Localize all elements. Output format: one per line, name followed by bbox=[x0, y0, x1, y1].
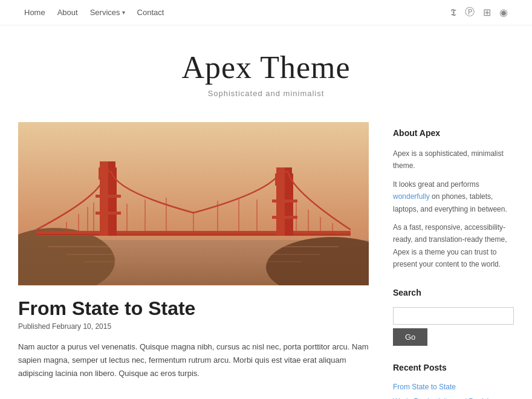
svg-rect-11 bbox=[108, 161, 115, 170]
post-published: Published February 10, 2015 bbox=[18, 322, 369, 331]
recent-post-link[interactable]: From State to State bbox=[393, 382, 514, 392]
search-button[interactable]: Go bbox=[393, 328, 427, 346]
rss-icon[interactable]: ◉ bbox=[499, 7, 508, 18]
svg-rect-37 bbox=[48, 246, 339, 247]
sidebar-about-p1: Apex is a sophisticated, minimalist them… bbox=[393, 148, 514, 172]
sidebar: About Apex Apex is a sophisticated, mini… bbox=[393, 122, 514, 399]
pinterest-icon[interactable]: Ⓟ bbox=[465, 6, 475, 19]
post-excerpt: Nam auctor a purus vel venenatis. Quisqu… bbox=[18, 340, 369, 380]
sidebar-about-p3: As a fast, responsive, accessibility-rea… bbox=[393, 221, 514, 271]
nav-about-link[interactable]: About bbox=[57, 8, 78, 17]
sidebar-recent-heading: Recent Posts bbox=[393, 363, 514, 375]
site-header: Apex Theme Sophisticated and minimalist bbox=[0, 25, 532, 110]
sidebar-about: About Apex Apex is a sophisticated, mini… bbox=[393, 128, 514, 271]
wonderfully-link[interactable]: wonderfully bbox=[393, 192, 430, 201]
svg-rect-7 bbox=[108, 177, 117, 236]
featured-image bbox=[18, 122, 369, 285]
search-input[interactable] bbox=[393, 307, 514, 325]
sidebar-about-heading: About Apex bbox=[393, 128, 514, 140]
nav-home-link[interactable]: Home bbox=[24, 8, 45, 17]
svg-rect-10 bbox=[100, 161, 108, 170]
nav-services-dropdown[interactable]: Services ▾ bbox=[90, 8, 125, 17]
nav-services-link: Services bbox=[90, 8, 120, 17]
svg-rect-12 bbox=[96, 195, 121, 198]
main-container: From State to State Published February 1… bbox=[6, 122, 526, 399]
svg-rect-5 bbox=[36, 234, 351, 235]
svg-rect-39 bbox=[85, 261, 302, 262]
svg-rect-15 bbox=[285, 183, 293, 236]
twitter-icon[interactable]: 𝕿 bbox=[450, 7, 456, 18]
svg-rect-38 bbox=[66, 254, 320, 255]
sidebar-about-p2: It looks great and performs wonderfully … bbox=[393, 178, 514, 215]
social-icons: 𝕿 Ⓟ ⊞ ◉ bbox=[450, 6, 508, 19]
golden-gate-image bbox=[18, 122, 369, 285]
svg-rect-13 bbox=[96, 212, 121, 215]
svg-rect-20 bbox=[272, 199, 297, 203]
recent-posts-list: From State to StateWork, Productivity, a… bbox=[393, 382, 514, 399]
sidebar-recent-posts: Recent Posts From State to StateWork, Pr… bbox=[393, 363, 514, 399]
sidebar-search: Search Go bbox=[393, 288, 514, 346]
chevron-down-icon: ▾ bbox=[122, 9, 125, 16]
content-area: From State to State Published February 1… bbox=[18, 122, 369, 399]
svg-rect-14 bbox=[276, 183, 285, 236]
nav-links: Home About Services ▾ Contact bbox=[24, 8, 164, 17]
post-title: From State to State bbox=[18, 297, 369, 320]
svg-rect-21 bbox=[272, 216, 297, 219]
instagram-icon[interactable]: ⊞ bbox=[483, 7, 491, 18]
navigation: Home About Services ▾ Contact 𝕿 Ⓟ ⊞ ◉ bbox=[0, 0, 532, 25]
site-title: Apex Theme bbox=[12, 50, 520, 85]
svg-rect-6 bbox=[100, 177, 108, 236]
nav-contact-link[interactable]: Contact bbox=[137, 8, 164, 17]
recent-post-link[interactable]: Work, Productivity, and Decision Making bbox=[393, 397, 514, 399]
site-tagline: Sophisticated and minimalist bbox=[12, 89, 520, 98]
sidebar-search-heading: Search bbox=[393, 288, 514, 300]
